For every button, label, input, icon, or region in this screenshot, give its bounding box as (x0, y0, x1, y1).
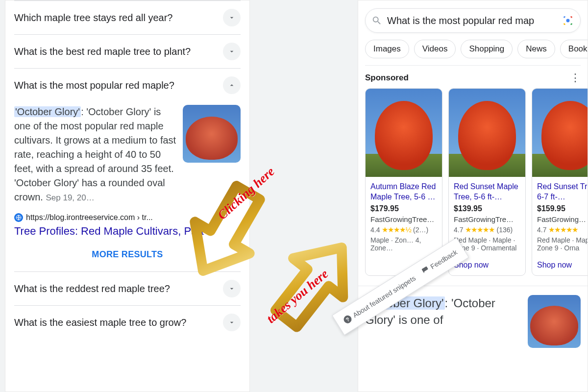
rating-value: 4.7 (454, 226, 463, 234)
search-icon (371, 15, 382, 26)
snippet-body: : 'October Glory' is one of the most pop… (14, 106, 176, 202)
question-text: Which maple tree stays red all year? (14, 11, 172, 24)
shop-now-link[interactable]: Shop now (537, 256, 588, 270)
card-image (366, 89, 442, 177)
chip-images[interactable]: Images (365, 40, 409, 58)
more-options-icon[interactable]: ⋮ (570, 73, 581, 83)
card-price: $179.95 (370, 204, 437, 213)
stars-icon: ★★★★★ (465, 225, 494, 234)
question-text: What is the easiest maple tree to grow? (14, 316, 186, 329)
stars-icon: ★★★★★ (548, 225, 578, 234)
card-title: Red Sunset Tree, 6-7 ft-… (537, 182, 588, 202)
shopping-card[interactable]: Autumn Blaze Red Maple Tree, 5-6 … $179.… (365, 88, 442, 276)
question-text: What is the reddest red maple tree? (14, 282, 170, 295)
right-serp-panel: What is the most popular red map Images … (358, 0, 588, 392)
card-title: Red Sunset Maple Tree, 5-6 ft-… (454, 182, 520, 202)
help-icon: ? (342, 314, 353, 325)
stars-icon: ★★★★½ (382, 225, 411, 234)
rating-value: 4.7 (537, 226, 546, 234)
card-rating: 4.7 ★★★★★ (537, 225, 588, 234)
chip-books[interactable]: Books (560, 40, 588, 58)
card-seller: FastGrowingTre… (454, 215, 520, 223)
source-url: https://blog.irontreeservice.com › tr... (26, 213, 153, 222)
featured-snippet: 'October Glory': 'October Glory' is one … (14, 102, 241, 204)
google-lens-icon[interactable] (562, 14, 574, 27)
card-title: Autumn Blaze Red Maple Tree, 5-6 … (370, 182, 437, 202)
card-image (449, 89, 525, 177)
chevron-down-icon[interactable] (223, 43, 241, 60)
snippet-text: 'October Glory': 'October Glory' is one … (14, 105, 177, 204)
search-query-text[interactable]: What is the most popular red map (387, 15, 557, 26)
source-title-link[interactable]: Tree Profiles: Red Maple Cultivars, Part… (14, 225, 241, 238)
question-text: What is the most popular red maple? (14, 79, 174, 92)
more-results-button[interactable]: MORE RESULTS (14, 238, 241, 271)
card-seller: FastGrowing… (537, 215, 588, 223)
feedback-icon (420, 266, 431, 276)
snippet-thumbnail[interactable] (183, 105, 241, 163)
chip-news[interactable]: News (517, 40, 555, 58)
chevron-down-icon[interactable] (223, 280, 241, 297)
related-question-row[interactable]: What is the easiest maple tree to grow? (14, 305, 241, 339)
chevron-down-icon[interactable] (223, 9, 241, 26)
card-price: $139.95 (454, 204, 520, 213)
chevron-down-icon[interactable] (223, 314, 241, 331)
snippet-thumbnail[interactable] (528, 295, 581, 348)
related-question-row[interactable]: What is the best red maple tree to plant… (14, 34, 241, 68)
card-price: $159.95 (537, 204, 588, 213)
card-tags: Red Maple · Maple · Zone 9 · Orna (537, 236, 588, 254)
shopping-card[interactable]: Red Sunset Tree, 6-7 ft-… $159.95 FastGr… (532, 88, 588, 276)
search-chips: Images Videos Shopping News Books (358, 40, 588, 65)
rating-count: (136) (496, 226, 513, 234)
sponsored-header: Sponsored ⋮ (358, 66, 588, 88)
card-seller: FastGrowingTree… (370, 215, 437, 223)
svg-point-1 (566, 19, 570, 23)
card-image (532, 89, 588, 177)
chevron-up-icon[interactable] (223, 76, 241, 94)
question-text: What is the best red maple tree to plant… (14, 45, 191, 58)
snippet-date: Sep 19, 20… (46, 193, 94, 202)
chip-shopping[interactable]: Shopping (461, 40, 513, 58)
rating-count: (2…) (413, 226, 428, 234)
card-rating: 4.4 ★★★★½ (2…) (370, 225, 437, 234)
sponsored-label: Sponsored (365, 73, 409, 83)
shopping-cards: Autumn Blaze Red Maple Tree, 5-6 … $179.… (358, 88, 588, 286)
left-serp-panel: Which maple tree stays red all year? Wha… (5, 0, 250, 392)
rating-value: 4.4 (370, 226, 380, 234)
related-question-row[interactable]: What is the reddest red maple tree? (14, 271, 241, 305)
search-bar[interactable]: What is the most popular red map (365, 8, 581, 33)
snippet-highlight: 'October Glory' (14, 106, 81, 117)
source-breadcrumb[interactable]: https://blog.irontreeservice.com › tr... (14, 213, 241, 222)
chip-videos[interactable]: Videos (414, 40, 456, 58)
related-question-row-expanded[interactable]: What is the most popular red maple? (14, 68, 241, 102)
annotation-label-takes: takes you here (264, 267, 331, 326)
related-question-row[interactable]: Which maple tree stays red all year? (14, 0, 241, 34)
card-tags: Maple · Zon… 4, Zone… (370, 236, 437, 254)
globe-icon (14, 213, 23, 222)
card-rating: 4.7 ★★★★★ (136) (454, 225, 520, 234)
